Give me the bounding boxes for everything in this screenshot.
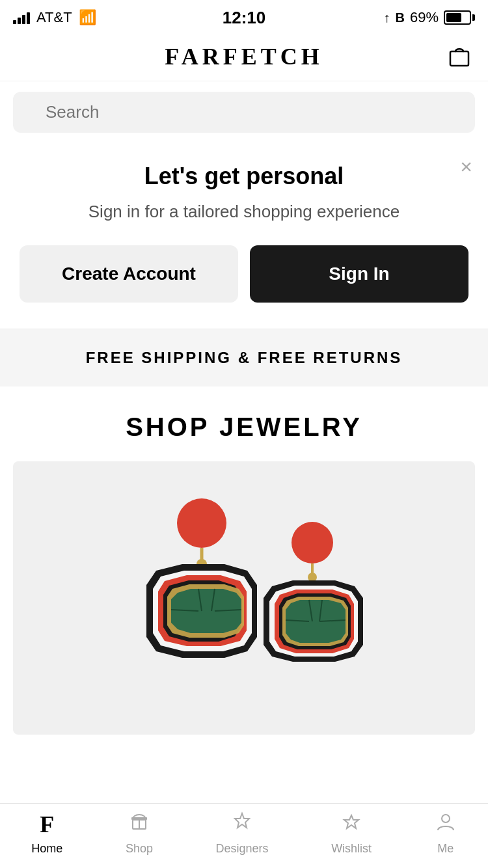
signal-bar-3 [22,15,25,24]
sign-in-button[interactable]: Sign In [250,245,468,303]
jewelry-image[interactable] [13,461,475,735]
app-logo: FARFETCH [165,43,323,70]
personal-banner: × Let's get personal Sign in for a tailo… [0,143,488,329]
svg-rect-0 [450,51,468,66]
wifi-icon: 📶 [79,9,96,26]
close-button[interactable]: × [460,156,472,177]
shipping-text: FREE SHIPPING & FREE RETURNS [13,349,475,367]
nav-item-me[interactable]: Me [435,811,457,856]
svg-marker-9 [171,589,241,633]
nav-label-me: Me [437,842,454,856]
designers-icon [231,811,253,838]
svg-point-16 [308,573,317,582]
nav-label-home: Home [31,842,62,856]
home-icon: F [40,811,54,838]
nav-item-wishlist[interactable]: Wishlist [331,811,372,856]
nav-label-designers: Designers [216,842,269,856]
signal-bar-1 [13,20,16,24]
shop-jewelry-title: SHOP JEWELRY [13,413,475,442]
signal-bar-4 [27,12,30,24]
banner-title: Let's get personal [20,163,468,190]
search-bar-container: 🔍 [0,81,488,143]
header: FARFETCH [0,33,488,81]
signal-bars [13,11,30,24]
nav-label-shop: Shop [126,842,153,856]
cart-button[interactable] [446,42,472,71]
me-icon [435,811,457,838]
shop-jewelry-section: SHOP JEWELRY [0,387,488,748]
nav-label-wishlist: Wishlist [331,842,372,856]
status-right: ↑ B 69% [384,9,476,26]
create-account-button[interactable]: Create Account [20,245,238,303]
cart-icon [446,42,472,68]
banner-subtitle: Sign in for a tailored shopping experien… [20,202,468,222]
banner-buttons: Create Account Sign In [20,245,468,303]
search-input[interactable] [13,92,475,133]
status-bar: AT&T 📶 12:10 ↑ B 69% [0,0,488,33]
location-icon: ↑ [384,10,390,25]
battery-icon [444,10,475,25]
nav-item-shop[interactable]: Shop [126,811,153,856]
carrier-label: AT&T [36,9,72,26]
nav-item-designers[interactable]: Designers [216,811,269,856]
svg-point-1 [177,498,226,548]
svg-point-14 [291,522,333,563]
search-container: 🔍 [13,92,475,133]
bottom-nav: F Home Shop Designers Wishlist [0,803,488,868]
status-time: 12:10 [223,8,266,28]
shop-icon [128,811,150,838]
svg-point-31 [442,815,450,822]
svg-marker-30 [344,815,359,828]
nav-item-home[interactable]: F Home [31,811,62,856]
svg-marker-22 [286,600,346,643]
status-left: AT&T 📶 [13,9,96,26]
shipping-banner: FREE SHIPPING & FREE RETURNS [0,329,488,387]
jewelry-artwork [13,461,475,735]
battery-percentage: 69% [410,9,439,26]
bluetooth-icon: B [396,10,405,25]
wishlist-icon [340,811,362,838]
signal-bar-2 [18,18,21,24]
